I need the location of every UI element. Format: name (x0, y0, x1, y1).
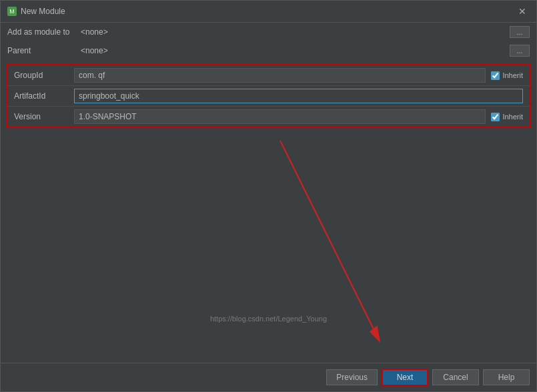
arrow-area: https://blog.csdn.net/Legend_Young (1, 132, 536, 363)
dialog-title: New Module (21, 7, 65, 16)
add-as-module-label: Add as module to (7, 27, 81, 37)
groupid-inherit-label: Inherit (502, 71, 523, 79)
maven-coords-section: GroupId Inherit ArtifactId Version Inher… (6, 64, 531, 128)
next-button[interactable]: Next (382, 369, 428, 386)
parent-row: Parent <none> ... (1, 41, 536, 60)
icon-letter: M (9, 8, 15, 15)
add-as-module-btn[interactable]: ... (510, 26, 530, 38)
watermark-text: https://blog.csdn.net/Legend_Young (210, 315, 327, 323)
version-inherit: Inherit (491, 113, 523, 121)
artifactid-input[interactable] (74, 89, 523, 103)
groupid-inherit: Inherit (491, 71, 523, 80)
title-bar-left: M New Module (7, 7, 65, 16)
version-input[interactable] (74, 109, 486, 124)
groupid-label: GroupId (14, 71, 74, 80)
artifactid-row: ArtifactId (7, 86, 530, 107)
parent-label: Parent (7, 46, 81, 55)
module-icon: M (7, 7, 17, 16)
title-bar: M New Module ✕ (1, 1, 536, 23)
parent-value: <none> (81, 46, 510, 55)
add-as-module-value: <none> (81, 27, 510, 37)
artifactid-label: ArtifactId (14, 91, 74, 101)
close-button[interactable]: ✕ (515, 5, 530, 18)
footer: Previous Next Cancel Help (1, 363, 536, 391)
new-module-dialog: M New Module ✕ Add as module to <none> .… (0, 0, 537, 392)
add-as-module-row: Add as module to <none> ... (1, 23, 536, 41)
arrow-svg (1, 132, 536, 363)
parent-btn[interactable]: ... (510, 45, 530, 57)
cancel-button[interactable]: Cancel (432, 369, 479, 385)
groupid-input[interactable] (74, 68, 486, 83)
version-row: Version Inherit (7, 107, 530, 127)
groupid-row: GroupId Inherit (7, 65, 530, 86)
svg-line-1 (280, 141, 374, 329)
version-inherit-checkbox[interactable] (491, 113, 500, 121)
version-label: Version (14, 112, 74, 121)
groupid-inherit-checkbox[interactable] (491, 71, 500, 80)
content-area: Add as module to <none> ... Parent <none… (1, 23, 536, 363)
previous-button[interactable]: Previous (326, 369, 378, 385)
version-inherit-label: Inherit (502, 113, 523, 121)
help-button[interactable]: Help (483, 369, 530, 385)
